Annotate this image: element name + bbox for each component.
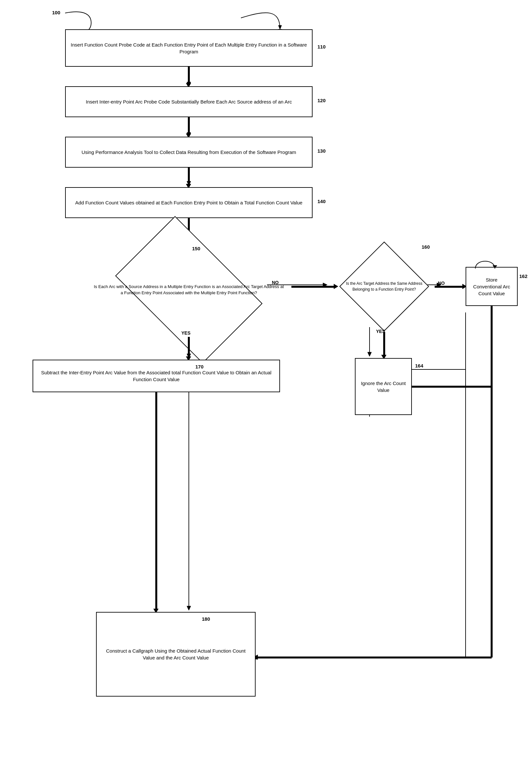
step-110-id: 110 [318, 44, 325, 49]
arrow-150-no-h [291, 286, 335, 288]
no-label-160: NO [438, 281, 445, 286]
step-150-diamond: Is Each Arc with a Source Address in a M… [86, 243, 291, 337]
step-120-box: Insert Inter-entry Point Arc Probe Code … [65, 86, 313, 117]
arrow-162-180-h [255, 657, 492, 659]
flowchart-diagram: 100 Insert Function Count Probe Code at … [0, 0, 532, 761]
step-180-box: Construct a Callgraph Using the Obtained… [96, 612, 256, 697]
step-160-id: 160 [422, 244, 430, 250]
svg-marker-0 [278, 26, 282, 29]
arrow-110-120 [188, 67, 190, 85]
arrow-164-162-h [412, 386, 492, 388]
step-170-id: 170 [195, 364, 204, 370]
arrow-160-yes [383, 332, 385, 356]
arrow-160-no-h [435, 286, 464, 288]
step-140-box: Add Function Count Values obtained at Ea… [65, 187, 313, 218]
step-170-box: Subtract the Inter-Entry Point Arc Value… [32, 360, 280, 392]
step-130-id: 130 [318, 148, 325, 154]
loop-162 [472, 257, 498, 270]
arrow-164-162-v-overlap [491, 306, 493, 387]
step-130-box: Using Performance Analysis Tool to Colle… [65, 137, 313, 168]
step-162-id: 162 [519, 273, 527, 279]
no-label-150: NO [272, 280, 279, 285]
step-150-id: 150 [192, 246, 200, 251]
step-164-box: Ignore the Arc Count Value [355, 358, 412, 415]
step-164-id: 164 [415, 363, 423, 369]
yes-label-150: YES [181, 330, 191, 335]
step-162-box: Store Conventional Arc Count Value [466, 267, 518, 306]
svg-marker-27 [493, 265, 497, 268]
step-180-id: 180 [202, 616, 210, 622]
arrow-150-yes [188, 337, 190, 358]
arrow-130-140 [188, 168, 190, 186]
step-110-box: Insert Function Count Probe Code at Each… [65, 29, 313, 67]
svg-marker-17 [368, 352, 372, 356]
step-120-id: 120 [318, 98, 325, 103]
arrow-170-180-v [155, 392, 157, 610]
arrow-120-130 [188, 117, 190, 135]
step-140-id: 140 [318, 199, 325, 204]
svg-marker-25 [187, 606, 191, 610]
step-160-diamond: Is the Arc Target Address the Same Addre… [334, 241, 435, 332]
